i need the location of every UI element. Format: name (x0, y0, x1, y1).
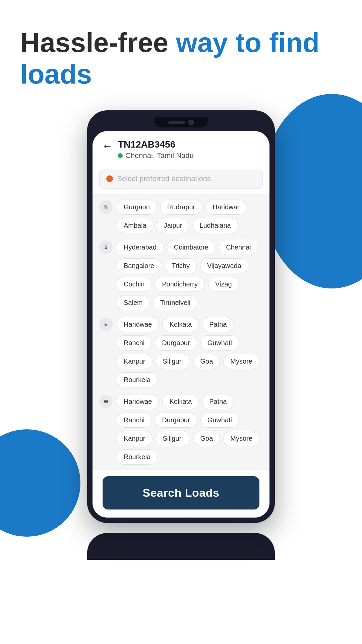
city-chip[interactable]: Kolkata (162, 394, 199, 409)
second-phone-partial (87, 533, 275, 560)
city-chip[interactable]: Rourkela (117, 372, 158, 387)
city-chip[interactable]: Kanpur (117, 431, 153, 446)
search-bar[interactable]: Select preferred destinations (99, 169, 263, 189)
city-chip[interactable]: Gurgaon (117, 200, 157, 215)
city-chip[interactable]: Jaipur (157, 218, 189, 233)
direction-badge-w: W (99, 395, 113, 408)
city-chip[interactable]: Hyderabad (117, 240, 164, 255)
city-chip[interactable]: Cochin (117, 277, 152, 292)
phone-screen: ← TN12AB3456 Chennai, Tamil Nadu Select … (93, 131, 269, 518)
back-button[interactable]: ← (102, 140, 113, 152)
chips-container-e: HaridwaeKolkataPatnaRanchiDurgapurGuwhat… (117, 317, 263, 387)
search-bar-wrapper: Select preferred destinations (93, 166, 269, 194)
city-chip[interactable]: Goa (193, 354, 220, 369)
search-loads-button[interactable]: Search Loads (103, 476, 259, 509)
chips-container-w: HaridwaeKolkataPatnaRanchiDurgapurGuwhat… (117, 394, 263, 465)
notch-camera (188, 120, 194, 125)
city-chip[interactable]: Durgapur (155, 335, 197, 351)
direction-row-w: WHaridwaeKolkataPatnaRanchiDurgapurGuwha… (99, 394, 263, 465)
direction-group-w: WHaridwaeKolkataPatnaRanchiDurgapurGuwha… (99, 394, 263, 465)
city-chip[interactable]: Tirunelveli (153, 295, 197, 310)
city-chip[interactable]: Goa (193, 431, 220, 446)
city-chip[interactable]: Guwhati (200, 413, 239, 428)
city-chip[interactable]: Haridwae (117, 317, 159, 332)
city-chip[interactable]: Kolkata (162, 317, 199, 332)
city-chip[interactable]: Ambala (117, 218, 154, 233)
city-chip[interactable]: Rourkela (117, 449, 158, 465)
city-chip[interactable]: Ranchi (117, 335, 152, 351)
city-chip[interactable]: Ranchi (117, 413, 152, 428)
city-chip[interactable]: Mysore (223, 431, 259, 446)
direction-row-e: EHaridwaeKolkataPatnaRanchiDurgapurGuwha… (99, 317, 263, 387)
city-chip[interactable]: Chennai (219, 240, 258, 255)
app-header: ← TN12AB3456 Chennai, Tamil Nadu (93, 131, 269, 166)
direction-row-s: SHyderabadCoimbatoreChennaiBangaloreTric… (99, 240, 263, 310)
city-chip[interactable]: Pondicherry (155, 277, 205, 292)
notch-speaker (168, 121, 185, 124)
direction-row-n: NGurgaonRudrapurHaridwarAmbalaJaipurLudh… (99, 200, 263, 233)
city-chip[interactable]: Haridwae (117, 394, 159, 409)
city-chip[interactable]: Salem (117, 295, 150, 310)
city-chip[interactable]: Patna (202, 394, 234, 409)
chips-container-s: HyderabadCoimbatoreChennaiBangaloreTrich… (117, 240, 263, 310)
city-chip[interactable]: Durgapur (155, 413, 197, 428)
location-icon (106, 175, 113, 182)
phone-mockup: ← TN12AB3456 Chennai, Tamil Nadu Select … (87, 110, 275, 523)
phone-container: ← TN12AB3456 Chennai, Tamil Nadu Select … (0, 110, 362, 523)
city-chip[interactable]: Bangalore (117, 258, 161, 273)
city-chip[interactable]: Vizag (208, 277, 239, 292)
direction-group-s: SHyderabadCoimbatoreChennaiBangaloreTric… (99, 240, 263, 310)
direction-badge-n: N (99, 200, 113, 214)
city-chip[interactable]: Vijayawada (200, 258, 248, 273)
bottom-bar: Search Loads (93, 469, 269, 518)
search-placeholder: Select preferred destinations (117, 174, 211, 183)
vehicle-id: TN12AB3456 (118, 139, 194, 150)
hero-title-part1: Hassle-free (20, 27, 176, 58)
city-chip[interactable]: Coimbatore (167, 240, 216, 255)
second-phone-hint (0, 533, 362, 560)
city-chip[interactable]: Rudrapur (160, 200, 202, 215)
direction-group-n: NGurgaonRudrapurHaridwarAmbalaJaipurLudh… (99, 200, 263, 233)
direction-group-e: EHaridwaeKolkataPatnaRanchiDurgapurGuwha… (99, 317, 263, 387)
vehicle-location: Chennai, Tamil Nadu (118, 151, 194, 160)
city-chip[interactable]: Haridwar (205, 200, 246, 215)
chips-container-n: GurgaonRudrapurHaridwarAmbalaJaipurLudha… (117, 200, 263, 233)
city-chip[interactable]: Siliguri (156, 431, 190, 446)
city-chip[interactable]: Guwhati (200, 335, 239, 351)
phone-notch (154, 117, 208, 127)
phone-notch-bar (93, 116, 269, 129)
destinations-list: NGurgaonRudrapurHaridwarAmbalaJaipurLudh… (93, 194, 269, 469)
location-text: Chennai, Tamil Nadu (125, 151, 194, 160)
vehicle-info: TN12AB3456 Chennai, Tamil Nadu (118, 139, 194, 160)
location-dot (118, 153, 123, 158)
city-chip[interactable]: Trichy (165, 258, 197, 273)
direction-badge-e: E (99, 318, 113, 331)
city-chip[interactable]: Mysore (223, 354, 259, 369)
city-chip[interactable]: Kanpur (117, 354, 153, 369)
hero-title: Hassle-free way to find loads (20, 27, 342, 90)
hero-section: Hassle-free way to find loads (0, 0, 362, 104)
city-chip[interactable]: Patna (202, 317, 234, 332)
city-chip[interactable]: Siliguri (156, 354, 190, 369)
direction-badge-s: S (99, 240, 113, 254)
city-chip[interactable]: Ludhaiana (192, 218, 238, 233)
